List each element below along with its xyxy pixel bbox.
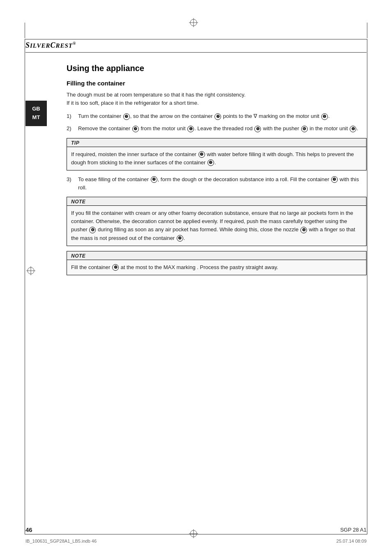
step-2-text: Remove the container ❼ from the motor un…: [78, 124, 367, 133]
note1-box: NOTE If you fill the container with crea…: [67, 197, 367, 246]
icon-container-7c: ❼: [132, 126, 139, 132]
step-2: 2) Remove the container ❼ from the motor…: [67, 124, 367, 133]
tip-label: TIP: [71, 140, 79, 146]
page-border-bottom: [25, 534, 367, 534]
tip-box: TIP If required, moisten the inner surfa…: [67, 138, 367, 170]
icon-container-7h: ❼: [177, 235, 183, 242]
page-number: 46: [25, 526, 32, 533]
intro-line2: If it is too soft, place it in the refri…: [67, 100, 199, 106]
brand-name: SILVERCREST®: [25, 41, 367, 50]
step-3: 3) To ease filling of the container ❼, f…: [67, 175, 367, 192]
step-3-num: 3): [67, 175, 78, 192]
step-2-num: 2): [67, 124, 78, 133]
tip-header: TIP: [67, 138, 366, 147]
page: SILVERCREST® GB MT Using the appliance F…: [0, 0, 392, 555]
icon-rod-5: ❺: [254, 126, 261, 132]
meta-left: IB_100631_SGP28A1_LB5.indb 46: [25, 539, 97, 543]
icon-container-7f: ❼: [151, 176, 157, 183]
lang-mt: MT: [28, 113, 45, 122]
icon-pusher-6a: ❻: [301, 126, 308, 132]
icon-motor-1a: ❶: [321, 113, 328, 120]
icon-container-7e: ❼: [208, 159, 214, 166]
icon-pusher-6b: ❻: [89, 227, 96, 233]
step-1-text: Turn the container ❼, so that the arrow …: [78, 112, 367, 120]
icon-nozzle-9: ❾: [300, 227, 307, 233]
icon-container-7g: ❼: [331, 176, 338, 183]
header-divider: [25, 52, 367, 53]
step-3-list: 3) To ease filling of the container ❼, f…: [67, 175, 367, 192]
step-1-num: 1): [67, 112, 78, 120]
icon-motor-1b: ❶: [187, 126, 194, 132]
tip-body: If required, moisten the inner surface o…: [67, 147, 366, 170]
note1-header: NOTE: [67, 197, 366, 206]
footer: 46 SGP 28 A1: [25, 526, 367, 533]
meta-right: 25.07.14 08:09: [337, 539, 367, 543]
icon-container-7i: ❼: [112, 264, 119, 271]
icon-motor-1c: ❶: [350, 126, 356, 132]
note2-label: NOTE: [71, 253, 85, 259]
intro-paragraph: The dough must be at room temperature so…: [67, 91, 367, 107]
page-border-left: [25, 39, 25, 534]
print-mark-left-line: [25, 23, 25, 38]
icon-container-7a: ❼: [123, 113, 130, 120]
subsection-title: Filling the container: [67, 80, 367, 87]
icon-container-7d: ❼: [198, 151, 205, 158]
content-area: GB MT Using the appliance Filling the co…: [25, 64, 367, 280]
lang-gb: GB: [28, 105, 45, 113]
page-border-right: [367, 39, 367, 534]
crosshair-top-center: [189, 18, 198, 28]
language-badge: GB MT: [25, 101, 47, 126]
note1-label: NOTE: [71, 199, 85, 205]
note2-box: NOTE Fill the container ❼ at the most to…: [67, 251, 367, 275]
note1-body: If you fill the container with cream or …: [67, 206, 366, 246]
meta-line: IB_100631_SGP28A1_LB5.indb 46 25.07.14 0…: [25, 539, 367, 543]
brand-part1: SILVERCREST: [25, 41, 73, 49]
step-1: 1) Turn the container ❼, so that the arr…: [67, 112, 367, 120]
note2-header: NOTE: [67, 251, 366, 260]
print-mark-right-line: [367, 23, 367, 38]
main-content: Using the appliance Filling the containe…: [67, 64, 367, 275]
note2-body: Fill the container ❼ at the most to the …: [67, 260, 366, 275]
intro-line1: The dough must be at room temperature so…: [67, 92, 246, 98]
icon-container-7b: ❼: [214, 113, 221, 120]
trademark: ®: [73, 41, 76, 46]
step-3-text: To ease filling of the container ❼, form…: [78, 175, 367, 192]
header-area: SILVERCREST®: [25, 41, 367, 53]
section-title: Using the appliance: [67, 64, 367, 73]
product-code: SGP 28 A1: [340, 527, 367, 533]
steps-list: 1) Turn the container ❼, so that the arr…: [67, 112, 367, 133]
page-border-top: [25, 39, 367, 39]
